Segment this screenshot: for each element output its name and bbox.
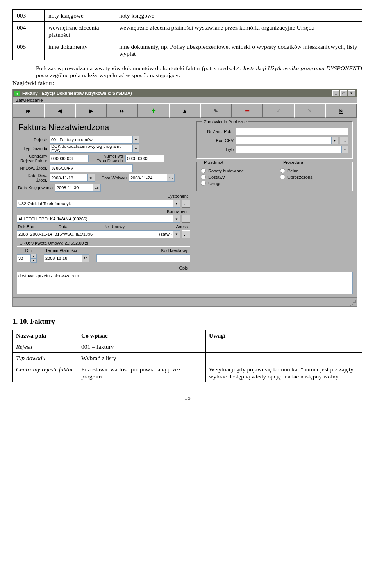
label-rokbud: Rok.Bud.: [17, 224, 38, 229]
nrzampubl-input[interactable]: [236, 128, 348, 135]
close-button[interactable]: ✕: [348, 90, 355, 96]
toolbar: ⏮ ◀ ▶ ⏭ + ▲ ✎ − ✓ ✕ ⎘: [13, 103, 357, 118]
label-crf: Centralny Rejestr Faktur: [17, 154, 50, 163]
label-nrumowy: Nr Umowy: [70, 224, 127, 229]
umowa-select[interactable]: 2008 2008-11-14 315/WSO.III/Z/1996 (zatw…: [17, 230, 173, 238]
label-dw: Data Wpływu: [95, 176, 129, 180]
lookup-button[interactable]: …: [182, 200, 190, 208]
up-button[interactable]: ▲: [169, 104, 200, 118]
dni-input[interactable]: 30: [17, 254, 31, 262]
nrdow-zrodl-input[interactable]: 3786/08/FV: [50, 164, 133, 172]
group-title-zp: Zamówienia Publiczne: [202, 119, 248, 124]
minimize-button[interactable]: _: [332, 90, 339, 96]
chevron-down-icon[interactable]: ▼: [173, 215, 180, 223]
radio-uproszczona[interactable]: Uproszczona: [280, 174, 348, 179]
nav-prev-button[interactable]: ◀: [44, 104, 75, 118]
lookup-button[interactable]: …: [182, 230, 190, 238]
data-ksiegowania-input[interactable]: 2008-11-30: [55, 184, 93, 192]
cancel-button[interactable]: ✕: [294, 104, 325, 118]
types-table: 003noty księgowenoty księgowe 004wewnętr…: [12, 9, 362, 60]
termin-input[interactable]: 2008-12-18: [44, 254, 82, 262]
doc-title: Faktura Niezatwierdzona: [18, 123, 190, 132]
window-title: Faktury - Edycja Dokumentów (Użytkownik:…: [22, 91, 132, 96]
nav-first-button[interactable]: ⏮: [13, 104, 44, 118]
calendar-icon[interactable]: 15: [167, 174, 175, 182]
calendar-icon[interactable]: 15: [93, 184, 101, 192]
copy-button[interactable]: ⎘: [325, 104, 357, 118]
nav-next-button[interactable]: ▶: [75, 104, 107, 118]
resize-grip[interactable]: [13, 297, 357, 306]
edit-button[interactable]: ✎: [200, 104, 232, 118]
chevron-down-icon[interactable]: ▼: [173, 230, 180, 238]
delete-button[interactable]: −: [232, 104, 263, 118]
label-data: Data: [38, 224, 70, 229]
label-aneks: Aneks: [127, 224, 190, 229]
tryb-select[interactable]: [236, 146, 342, 153]
kodcpv-select[interactable]: [236, 137, 332, 144]
chevron-down-icon[interactable]: ▼: [133, 145, 139, 153]
add-button[interactable]: +: [138, 104, 169, 118]
label-tryb: Tryb: [201, 147, 236, 152]
calendar-icon[interactable]: 15: [82, 254, 89, 262]
label-typdow: Typ Dowodu: [17, 146, 50, 151]
app-window: ⬥ Faktury - Edycja Dokumentów (Użytkowni…: [12, 89, 357, 307]
label-kod: Kod kreskowy: [79, 248, 190, 253]
radio-uslugi[interactable]: Usługi: [201, 181, 269, 186]
chevron-down-icon[interactable]: ▼: [332, 137, 338, 144]
label-nrzampubl: Nr Zam. Publ.: [201, 129, 236, 134]
titlebar: ⬥ Faktury - Edycja Dokumentów (Użytkowni…: [13, 89, 357, 97]
przedmiot-group: Przedmiot Roboty budowlane Dostawy Usług…: [196, 162, 273, 191]
dni-stepper[interactable]: ▲▼: [31, 254, 37, 263]
label-opis: Opis: [17, 266, 190, 270]
confirm-button[interactable]: ✓: [263, 104, 294, 118]
label-termin: Termin Płatności: [34, 248, 79, 253]
kod-kreskowy-input[interactable]: [96, 254, 190, 262]
opis-textarea[interactable]: dostawa sprzętu - pierwsza rata: [17, 272, 353, 294]
menu-zatwierdzanie[interactable]: Zatwierdzanie: [16, 98, 43, 103]
nwtd-input[interactable]: 000000003: [125, 155, 164, 162]
label-dysponent: Dysponent: [17, 194, 190, 199]
zamowienia-publiczne-group: Zamówienia Publiczne Nr Zam. Publ. Kod C…: [196, 121, 353, 159]
page-number: 15: [12, 394, 362, 401]
group-title-przedmiot: Przedmiot: [202, 160, 225, 165]
chevron-down-icon[interactable]: ▼: [173, 200, 180, 208]
chevron-down-icon[interactable]: ▼: [342, 146, 348, 153]
rejestr-select[interactable]: 001 Faktury do umów: [50, 136, 133, 144]
subhead: Nagłówki faktur:: [12, 80, 362, 87]
typdowodu-select[interactable]: DOK dok.rozliczeniowy wg programu DYS: [50, 145, 133, 153]
kontrahent-select[interactable]: ALLTECH SPÓŁKA JWANA (00266): [17, 215, 173, 223]
crf-input[interactable]: 000000003: [50, 155, 89, 162]
fields-table: Nazwa pola Co wpisać Uwagi Rejestr001 – …: [12, 330, 362, 382]
radio-dostawy[interactable]: Dostawy: [201, 174, 269, 179]
procedura-group: Procedura Pełna Uproszczona: [276, 162, 353, 191]
dysponent-select[interactable]: U32 Oddział Teleinformatyki: [17, 200, 173, 208]
calendar-icon[interactable]: 15: [88, 174, 95, 182]
nav-last-button[interactable]: ⏭: [107, 104, 138, 118]
label-ddz: Data Dow. Źródł.: [17, 173, 50, 183]
lookup-button[interactable]: …: [340, 137, 348, 144]
app-icon: ⬥: [14, 91, 20, 96]
cru-status-bar: CRU: 9 Kwota Umowy: 22 692,00 zł: [17, 240, 190, 247]
radio-pelna[interactable]: Pełna: [280, 168, 348, 173]
menu-bar[interactable]: Zatwierdzanie: [13, 97, 357, 103]
label-nrdz: Nr Dow. Źródł.: [17, 166, 50, 171]
label-dni: Dni: [17, 248, 34, 253]
label-kodcpv: Kod CPV: [201, 138, 236, 143]
chevron-down-icon[interactable]: ▼: [133, 136, 139, 144]
radio-roboty[interactable]: Roboty budowlane: [201, 168, 269, 173]
maximize-button[interactable]: ▭: [340, 90, 347, 96]
section-heading: 1. 10. Faktury: [12, 318, 362, 326]
lookup-button[interactable]: …: [182, 215, 190, 223]
group-title-procedura: Procedura: [282, 160, 305, 165]
label-kontrahent: Kontrahent: [17, 209, 190, 214]
data-dow-zrodl-input[interactable]: 2008-11-18: [50, 174, 88, 182]
data-wplywu-input[interactable]: 2008-11-24: [129, 174, 167, 182]
intro-para: Podczas wprowadzania ww. typów dokumentó…: [36, 65, 362, 79]
label-dk: Data Księgowania: [17, 185, 55, 190]
label-nwtd: Numer wg Typu Dowodu: [89, 154, 125, 163]
label-rejestr: Rejestr: [17, 137, 50, 142]
